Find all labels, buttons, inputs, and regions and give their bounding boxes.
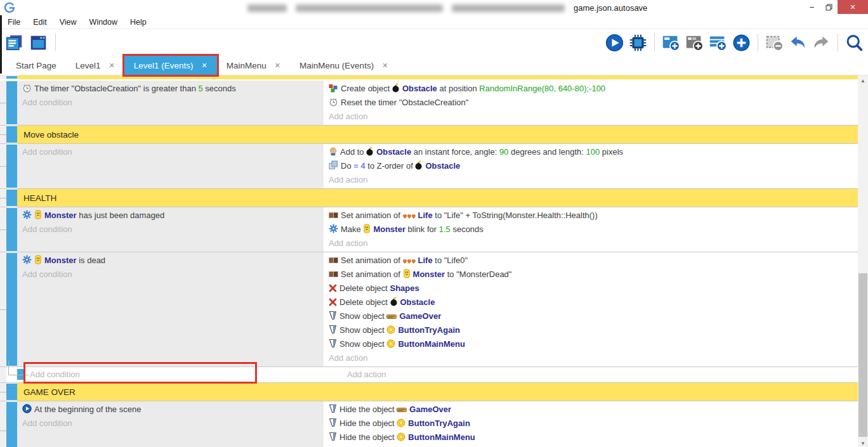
add-condition-button[interactable]: Add condition [17, 417, 324, 431]
add-condition-button[interactable]: Add condition [17, 145, 324, 159]
add-condition-button[interactable]: Add condition [17, 223, 324, 236]
add-action-button[interactable]: Add action [324, 444, 858, 447]
events-sheet: The timer "ObstacleCreation" is greater … [0, 75, 868, 447]
add-action-button[interactable]: Add action [324, 367, 858, 382]
tab-start-page[interactable]: Start Page [6, 56, 66, 75]
text-segment: to "Life0" [433, 256, 468, 265]
action-line[interactable]: Delete object Obstacle [324, 295, 858, 309]
gameover-icon [397, 406, 407, 413]
event-drag-handle[interactable] [6, 81, 17, 124]
action-line[interactable]: Delete object Shapes [324, 282, 858, 295]
menu-view[interactable]: View [53, 18, 83, 27]
tab-close-icon[interactable]: ✕ [275, 62, 280, 70]
actions-column: Hide the object GameOverHide the object … [324, 401, 858, 447]
text-segment: GameOver [399, 311, 441, 321]
vertical-scrollbar[interactable]: ▲ ▼ [858, 75, 868, 447]
scroll-up-arrow-icon[interactable]: ▲ [858, 75, 868, 86]
action-line[interactable]: Set animation of Life to "Life0" [324, 254, 858, 268]
text-segment: is dead [77, 256, 106, 265]
monster-icon [403, 269, 411, 278]
tab-level1-events[interactable]: Level1 (Events)✕ [124, 56, 217, 75]
action-line[interactable]: Add to Obstacle an instant force, angle:… [324, 145, 858, 159]
search-button[interactable] [845, 34, 864, 52]
redo-button[interactable] [812, 34, 831, 52]
text-segment: Obstacle [400, 297, 435, 307]
remove-event-button[interactable] [765, 34, 784, 52]
scrollbar-thumb[interactable] [858, 273, 867, 437]
event-drag-handle[interactable] [6, 208, 17, 251]
add-action-button[interactable]: Add action [324, 110, 858, 124]
comment-body[interactable]: Move obstacle [17, 126, 858, 143]
tab-mainmenu-events[interactable]: MainMenu (Events)✕ [290, 56, 397, 75]
tab-close-icon[interactable]: ✕ [382, 62, 388, 70]
event-drag-handle[interactable] [6, 402, 17, 447]
event-drag-handle[interactable] [6, 384, 17, 400]
text-segment: Reset the timer "ObstacleCreation" [341, 98, 468, 107]
event-drag-handle[interactable] [6, 126, 17, 143]
add-condition-button[interactable]: Add condition [17, 96, 324, 110]
condition-line[interactable]: Monster is dead [17, 254, 324, 268]
action-line[interactable]: Hide the object ButtonMainMenu [324, 431, 858, 444]
action-line[interactable]: Make Monster blink for 1.5 seconds [324, 223, 858, 236]
comment-body[interactable] [17, 75, 858, 79]
action-line[interactable]: Do = 4 to Z-order of Obstacle [324, 159, 858, 173]
tab-close-icon[interactable]: ✕ [202, 62, 207, 70]
add-event-button[interactable] [662, 34, 680, 52]
event-drag-handle[interactable] [6, 253, 17, 366]
action-line[interactable]: Hide the object GameOver [324, 403, 858, 417]
restore-button[interactable] [820, 0, 838, 14]
add-action-button[interactable]: Add action [324, 173, 858, 187]
project-manager-button[interactable] [5, 34, 23, 52]
actions-column: Add action [324, 367, 858, 382]
event-gutter [0, 252, 6, 366]
condition-line[interactable]: At the beginning of the scene [17, 403, 324, 417]
comment-body[interactable]: HEALTH [17, 189, 858, 207]
bomb-icon [390, 297, 398, 306]
minimize-button[interactable]: – [803, 0, 820, 14]
action-line[interactable]: Show object GameOver [324, 309, 858, 323]
add-condition-button[interactable]: Add condition [6, 367, 324, 382]
menu-help[interactable]: Help [124, 18, 153, 27]
text-segment: Do [341, 161, 353, 171]
button-icon [397, 432, 405, 441]
play-button[interactable] [605, 34, 624, 52]
action-line[interactable]: Reset the timer "ObstacleCreation" [324, 96, 858, 110]
add-circle-button[interactable] [732, 34, 751, 52]
tab-mainmenu[interactable]: MainMenu✕ [217, 56, 290, 75]
menu-window[interactable]: Window [83, 18, 124, 27]
undo-button[interactable] [789, 34, 807, 52]
action-line[interactable]: Set animation of Monster to "MonsterDead… [324, 268, 858, 282]
title-bar: game.json.autosave – ✕ [0, 0, 868, 15]
scene-editor-button[interactable] [29, 34, 48, 52]
menu-file[interactable]: File [1, 18, 27, 27]
scroll-down-arrow-icon[interactable]: ▼ [858, 438, 868, 447]
add-action-button[interactable]: Add action [324, 236, 858, 250]
text-segment: 1.5 [439, 224, 450, 234]
event-drag-handle[interactable] [6, 145, 17, 188]
conditions-column: The timer "ObstacleCreation" is greater … [17, 81, 324, 125]
action-line[interactable]: Show object ButtonMainMenu [324, 337, 858, 351]
menu-edit[interactable]: Edit [27, 18, 53, 27]
add-comment-button[interactable] [709, 34, 727, 52]
close-button[interactable]: ✕ [838, 0, 868, 14]
tab-level1[interactable]: Level1✕ [66, 56, 124, 75]
event-gutter [0, 75, 6, 79]
event-drag-handle[interactable] [6, 76, 17, 79]
condition-line[interactable]: Monster has just been damaged [17, 209, 324, 223]
tab-close-icon[interactable]: ✕ [109, 62, 115, 70]
create-icon [329, 83, 338, 93]
conditions-column: Monster is deadAdd condition [17, 252, 324, 366]
action-line[interactable]: Create object Obstacle at position Rando… [324, 82, 858, 96]
action-line[interactable]: Set animation of Life to "Life" + ToStri… [324, 209, 858, 223]
debug-button[interactable] [629, 34, 647, 52]
add-action-button[interactable]: Add action [324, 351, 858, 365]
action-line[interactable]: Hide the object ButtonTryAgain [324, 417, 858, 431]
text-segment: Obstacle [402, 84, 437, 93]
add-condition-button[interactable]: Add condition [17, 268, 324, 282]
comment-body[interactable]: GAME OVER [17, 383, 858, 401]
gdevelop-logo-icon [4, 2, 15, 13]
event-drag-handle[interactable] [6, 190, 17, 206]
action-line[interactable]: Show object ButtonTryAgain [324, 323, 858, 337]
add-subevent-button[interactable] [685, 34, 704, 52]
condition-line[interactable]: The timer "ObstacleCreation" is greater … [17, 82, 324, 96]
